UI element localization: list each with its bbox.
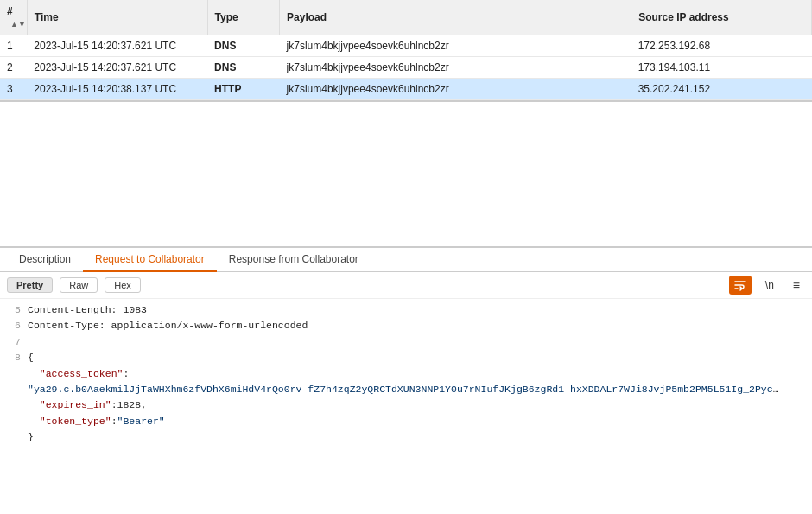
- tab-bar: DescriptionRequest to CollaboratorRespon…: [0, 248, 812, 272]
- line-num: [7, 382, 21, 397]
- table-section: # ▲▼ Time Type Payload Source IP address…: [0, 0, 812, 102]
- data-table: # ▲▼ Time Type Payload Source IP address…: [0, 0, 812, 100]
- code-line: 8{: [7, 350, 805, 365]
- bottom-panel: DescriptionRequest to CollaboratorRespon…: [0, 246, 812, 514]
- cell-time: 2023-Jul-15 14:20:38.137 UTC: [27, 79, 207, 100]
- code-content: {: [28, 350, 805, 365]
- cell-type: DNS: [207, 57, 280, 79]
- cell-time: 2023-Jul-15 14:20:37.621 UTC: [27, 57, 207, 79]
- code-line: "token_type":"Bearer": [7, 414, 805, 429]
- code-content: "ya29.c.b0AaekmilJjTaWHXhm6zfVDhX6miHdV4…: [28, 382, 779, 397]
- col-header-payload: Payload: [280, 0, 631, 35]
- line-num: 7: [7, 334, 21, 350]
- line-num: [7, 429, 21, 445]
- code-line: "access_token":: [7, 366, 805, 382]
- word-wrap-icon-btn[interactable]: [729, 276, 752, 295]
- cell-num: 3: [0, 79, 27, 100]
- code-line: 7: [7, 334, 805, 350]
- col-header-num: # ▲▼: [0, 0, 27, 35]
- cell-ip: 172.253.192.68: [631, 35, 812, 57]
- line-num: 6: [7, 318, 21, 333]
- code-line: }: [7, 429, 805, 445]
- line-num: 5: [7, 302, 21, 318]
- code-line: "expires_in":1828,: [7, 397, 805, 413]
- menu-btn[interactable]: ≡: [788, 276, 805, 294]
- line-num: [7, 414, 21, 429]
- cell-num: 2: [0, 57, 27, 79]
- table-row[interactable]: 22023-Jul-15 14:20:37.621 UTCDNSjk7slum4…: [0, 57, 812, 79]
- table-header-row: # ▲▼ Time Type Payload Source IP address: [0, 0, 812, 35]
- code-content: }: [28, 429, 805, 445]
- code-content: [28, 334, 805, 350]
- cell-type: DNS: [207, 35, 280, 57]
- cell-time: 2023-Jul-15 14:20:37.621 UTC: [27, 35, 207, 57]
- format-btn-hex[interactable]: Hex: [105, 277, 141, 293]
- content-area: 5Content-Length: 10836Content-Type: appl…: [0, 299, 812, 514]
- sort-arrows: ▲▼: [10, 20, 26, 29]
- cell-type: HTTP: [207, 79, 280, 100]
- empty-area: [0, 102, 812, 246]
- code-content: Content-Type: application/x-www-form-url…: [28, 318, 805, 333]
- col-header-source-ip: Source IP address: [631, 0, 812, 35]
- cell-num: 1: [0, 35, 27, 57]
- tab-response-from-collaborator[interactable]: Response from Collaborator: [217, 248, 371, 272]
- code-content: "token_type":"Bearer": [28, 414, 805, 429]
- code-line: 6Content-Type: application/x-www-form-ur…: [7, 318, 805, 333]
- format-btn-pretty[interactable]: Pretty: [7, 277, 53, 293]
- code-content: "access_token":: [28, 366, 805, 382]
- code-content: Content-Length: 1083: [28, 302, 805, 318]
- code-content: "expires_in":1828,: [28, 397, 805, 413]
- table-row[interactable]: 32023-Jul-15 14:20:38.137 UTCHTTPjk7slum…: [0, 79, 812, 100]
- line-num: [7, 366, 21, 382]
- line-num: 8: [7, 350, 21, 365]
- code-line-token: "ya29.c.b0AaekmilJjTaWHXhm6zfVDhX6miHdV4…: [7, 382, 805, 397]
- toolbar-row: PrettyRawHex\n≡: [0, 272, 812, 299]
- col-header-time: Time: [27, 0, 207, 35]
- code-line: 5Content-Length: 1083: [7, 302, 805, 318]
- cell-payload: jk7slum4bkjjvpee4soevk6uhlncb2zr: [280, 57, 631, 79]
- table-row[interactable]: 12023-Jul-15 14:20:37.621 UTCDNSjk7slum4…: [0, 35, 812, 57]
- newline-btn[interactable]: \n: [758, 277, 781, 293]
- line-num: [7, 397, 21, 413]
- format-btn-raw[interactable]: Raw: [60, 277, 98, 293]
- col-header-type: Type: [207, 0, 280, 35]
- cell-ip: 35.202.241.152: [631, 79, 812, 100]
- cell-ip: 173.194.103.11: [631, 57, 812, 79]
- cell-payload: jk7slum4bkjjvpee4soevk6uhlncb2zr: [280, 79, 631, 100]
- tab-description[interactable]: Description: [7, 248, 83, 272]
- tab-request-to-collaborator[interactable]: Request to Collaborator: [83, 248, 217, 272]
- cell-payload: jk7slum4bkjjvpee4soevk6uhlncb2zr: [280, 35, 631, 57]
